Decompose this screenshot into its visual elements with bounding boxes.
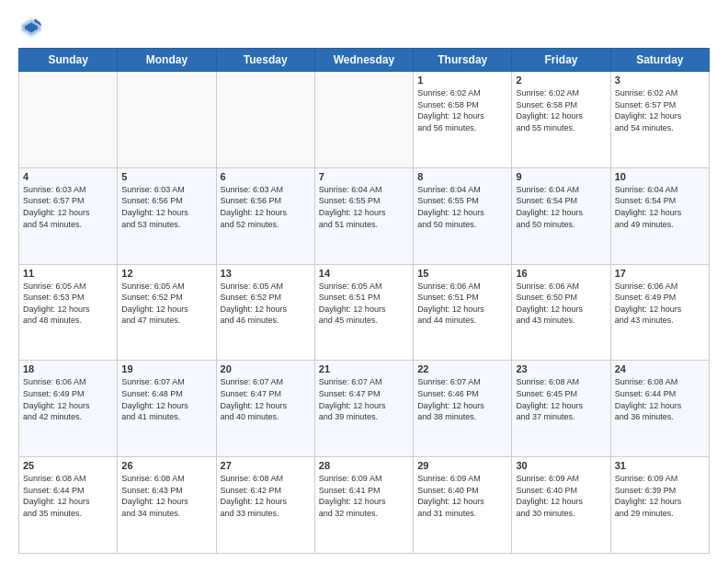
day-info: Sunrise: 6:09 AM Sunset: 6:40 PM Dayligh… xyxy=(417,473,507,519)
day-of-week-header: Wednesday xyxy=(314,49,413,72)
calendar: SundayMondayTuesdayWednesdayThursdayFrid… xyxy=(18,48,710,554)
day-number: 2 xyxy=(516,75,606,86)
calendar-cell: 22Sunrise: 6:07 AM Sunset: 6:46 PM Dayli… xyxy=(414,361,512,457)
day-number: 22 xyxy=(417,363,507,374)
day-info: Sunrise: 6:06 AM Sunset: 6:51 PM Dayligh… xyxy=(417,281,507,327)
day-number: 1 xyxy=(417,75,507,86)
day-number: 7 xyxy=(319,171,409,182)
calendar-cell: 21Sunrise: 6:07 AM Sunset: 6:47 PM Dayli… xyxy=(314,361,413,457)
day-info: Sunrise: 6:08 AM Sunset: 6:44 PM Dayligh… xyxy=(23,473,113,519)
day-number: 30 xyxy=(516,460,606,471)
day-info: Sunrise: 6:06 AM Sunset: 6:50 PM Dayligh… xyxy=(516,281,606,327)
calendar-week-row: 18Sunrise: 6:06 AM Sunset: 6:49 PM Dayli… xyxy=(19,361,710,457)
calendar-cell: 3Sunrise: 6:02 AM Sunset: 6:57 PM Daylig… xyxy=(610,72,709,168)
calendar-cell: 18Sunrise: 6:06 AM Sunset: 6:49 PM Dayli… xyxy=(19,361,118,457)
calendar-week-row: 11Sunrise: 6:05 AM Sunset: 6:53 PM Dayli… xyxy=(19,264,710,361)
day-info: Sunrise: 6:08 AM Sunset: 6:44 PM Dayligh… xyxy=(615,376,705,422)
day-info: Sunrise: 6:04 AM Sunset: 6:55 PM Dayligh… xyxy=(319,184,409,230)
day-number: 15 xyxy=(417,268,507,279)
day-number: 19 xyxy=(121,363,211,374)
calendar-cell: 10Sunrise: 6:04 AM Sunset: 6:54 PM Dayli… xyxy=(610,167,709,264)
day-number: 9 xyxy=(516,171,606,182)
day-of-week-header: Thursday xyxy=(414,49,512,72)
calendar-cell: 27Sunrise: 6:08 AM Sunset: 6:42 PM Dayli… xyxy=(216,457,314,554)
calendar-week-row: 1Sunrise: 6:02 AM Sunset: 6:58 PM Daylig… xyxy=(19,72,710,168)
day-info: Sunrise: 6:05 AM Sunset: 6:53 PM Dayligh… xyxy=(23,281,113,327)
day-info: Sunrise: 6:08 AM Sunset: 6:43 PM Dayligh… xyxy=(121,473,211,519)
day-number: 11 xyxy=(23,268,113,279)
day-number: 20 xyxy=(221,363,311,374)
day-info: Sunrise: 6:06 AM Sunset: 6:49 PM Dayligh… xyxy=(23,376,113,422)
calendar-cell: 4Sunrise: 6:03 AM Sunset: 6:57 PM Daylig… xyxy=(19,167,118,264)
day-number: 13 xyxy=(221,268,311,279)
day-number: 17 xyxy=(615,268,705,279)
calendar-cell xyxy=(216,72,314,168)
day-info: Sunrise: 6:09 AM Sunset: 6:40 PM Dayligh… xyxy=(516,473,606,519)
day-info: Sunrise: 6:06 AM Sunset: 6:49 PM Dayligh… xyxy=(615,281,705,327)
day-of-week-header: Sunday xyxy=(19,49,118,72)
day-number: 16 xyxy=(516,268,606,279)
calendar-cell: 9Sunrise: 6:04 AM Sunset: 6:54 PM Daylig… xyxy=(512,167,610,264)
calendar-cell: 16Sunrise: 6:06 AM Sunset: 6:50 PM Dayli… xyxy=(512,264,610,361)
calendar-cell: 26Sunrise: 6:08 AM Sunset: 6:43 PM Dayli… xyxy=(118,457,216,554)
day-info: Sunrise: 6:04 AM Sunset: 6:54 PM Dayligh… xyxy=(516,184,606,230)
day-info: Sunrise: 6:07 AM Sunset: 6:48 PM Dayligh… xyxy=(121,376,211,422)
calendar-cell: 28Sunrise: 6:09 AM Sunset: 6:41 PM Dayli… xyxy=(314,457,413,554)
calendar-week-row: 4Sunrise: 6:03 AM Sunset: 6:57 PM Daylig… xyxy=(19,167,710,264)
calendar-cell: 19Sunrise: 6:07 AM Sunset: 6:48 PM Dayli… xyxy=(118,361,216,457)
calendar-cell: 13Sunrise: 6:05 AM Sunset: 6:52 PM Dayli… xyxy=(216,264,314,361)
day-number: 14 xyxy=(319,268,409,279)
day-info: Sunrise: 6:03 AM Sunset: 6:56 PM Dayligh… xyxy=(121,184,211,230)
day-number: 31 xyxy=(615,460,705,471)
day-number: 29 xyxy=(417,460,507,471)
day-info: Sunrise: 6:02 AM Sunset: 6:58 PM Dayligh… xyxy=(417,87,507,133)
day-info: Sunrise: 6:07 AM Sunset: 6:47 PM Dayligh… xyxy=(221,376,311,422)
day-info: Sunrise: 6:03 AM Sunset: 6:56 PM Dayligh… xyxy=(221,184,311,230)
calendar-cell: 8Sunrise: 6:04 AM Sunset: 6:55 PM Daylig… xyxy=(414,167,512,264)
day-number: 21 xyxy=(319,363,409,374)
day-info: Sunrise: 6:07 AM Sunset: 6:47 PM Dayligh… xyxy=(319,376,409,422)
calendar-cell: 5Sunrise: 6:03 AM Sunset: 6:56 PM Daylig… xyxy=(118,167,216,264)
logo-icon xyxy=(18,15,44,40)
calendar-cell: 7Sunrise: 6:04 AM Sunset: 6:55 PM Daylig… xyxy=(314,167,413,264)
day-number: 8 xyxy=(417,171,507,182)
calendar-cell: 2Sunrise: 6:02 AM Sunset: 6:58 PM Daylig… xyxy=(512,72,610,168)
day-info: Sunrise: 6:04 AM Sunset: 6:55 PM Dayligh… xyxy=(417,184,507,230)
page: SundayMondayTuesdayWednesdayThursdayFrid… xyxy=(0,0,728,563)
day-info: Sunrise: 6:09 AM Sunset: 6:41 PM Dayligh… xyxy=(319,473,409,519)
calendar-cell: 25Sunrise: 6:08 AM Sunset: 6:44 PM Dayli… xyxy=(19,457,118,554)
day-info: Sunrise: 6:05 AM Sunset: 6:51 PM Dayligh… xyxy=(319,281,409,327)
calendar-cell xyxy=(19,72,118,168)
day-of-week-header: Monday xyxy=(118,49,216,72)
day-of-week-header: Saturday xyxy=(610,49,709,72)
calendar-cell: 1Sunrise: 6:02 AM Sunset: 6:58 PM Daylig… xyxy=(414,72,512,168)
day-number: 5 xyxy=(121,171,211,182)
day-info: Sunrise: 6:09 AM Sunset: 6:39 PM Dayligh… xyxy=(615,473,705,519)
day-number: 12 xyxy=(121,268,211,279)
calendar-cell: 31Sunrise: 6:09 AM Sunset: 6:39 PM Dayli… xyxy=(610,457,709,554)
day-info: Sunrise: 6:04 AM Sunset: 6:54 PM Dayligh… xyxy=(615,184,705,230)
day-number: 26 xyxy=(121,460,211,471)
day-number: 25 xyxy=(23,460,113,471)
calendar-cell: 15Sunrise: 6:06 AM Sunset: 6:51 PM Dayli… xyxy=(414,264,512,361)
logo xyxy=(18,15,48,40)
day-info: Sunrise: 6:08 AM Sunset: 6:42 PM Dayligh… xyxy=(221,473,311,519)
day-of-week-header: Tuesday xyxy=(216,49,314,72)
day-info: Sunrise: 6:02 AM Sunset: 6:57 PM Dayligh… xyxy=(615,87,705,133)
calendar-cell xyxy=(118,72,216,168)
day-number: 10 xyxy=(615,171,705,182)
calendar-cell: 23Sunrise: 6:08 AM Sunset: 6:45 PM Dayli… xyxy=(512,361,610,457)
calendar-week-row: 25Sunrise: 6:08 AM Sunset: 6:44 PM Dayli… xyxy=(19,457,710,554)
calendar-cell: 11Sunrise: 6:05 AM Sunset: 6:53 PM Dayli… xyxy=(19,264,118,361)
day-header-row: SundayMondayTuesdayWednesdayThursdayFrid… xyxy=(19,49,710,72)
day-number: 28 xyxy=(319,460,409,471)
day-info: Sunrise: 6:02 AM Sunset: 6:58 PM Dayligh… xyxy=(516,87,606,133)
calendar-cell: 24Sunrise: 6:08 AM Sunset: 6:44 PM Dayli… xyxy=(610,361,709,457)
day-info: Sunrise: 6:08 AM Sunset: 6:45 PM Dayligh… xyxy=(516,376,606,422)
calendar-cell: 29Sunrise: 6:09 AM Sunset: 6:40 PM Dayli… xyxy=(414,457,512,554)
calendar-cell: 20Sunrise: 6:07 AM Sunset: 6:47 PM Dayli… xyxy=(216,361,314,457)
day-number: 24 xyxy=(615,363,705,374)
day-number: 6 xyxy=(221,171,311,182)
day-number: 23 xyxy=(516,363,606,374)
calendar-cell: 17Sunrise: 6:06 AM Sunset: 6:49 PM Dayli… xyxy=(610,264,709,361)
